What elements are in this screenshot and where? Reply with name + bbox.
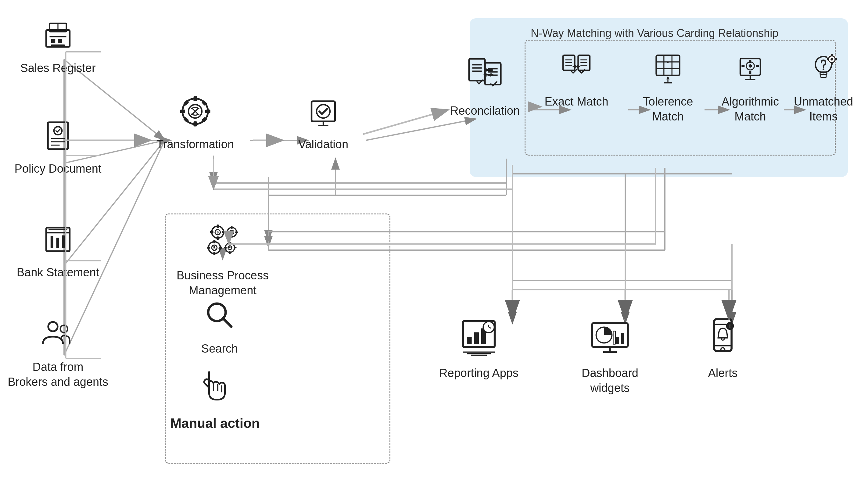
unmatched-items-node: Unmatched Items (787, 52, 860, 124)
svg-text:!: ! (729, 324, 731, 329)
svg-rect-77 (485, 63, 501, 85)
svg-rect-145 (229, 251, 230, 254)
svg-rect-105 (749, 71, 751, 74)
svg-rect-42 (51, 39, 55, 43)
svg-point-148 (228, 246, 230, 248)
alerts-node: ! Alerts (683, 317, 763, 380)
algorithmic-match-icon (734, 52, 767, 89)
search-label: Search (201, 341, 238, 356)
svg-point-130 (230, 230, 234, 234)
svg-rect-167 (616, 337, 619, 344)
exact-match-label: Exact Match (545, 94, 608, 109)
svg-marker-97 (666, 76, 670, 79)
svg-rect-76 (469, 59, 485, 81)
sales-register-icon (41, 18, 75, 56)
manual-action-label: Manual action (170, 415, 259, 432)
svg-rect-60 (194, 96, 197, 101)
reconciliation-label: Reconcilation (450, 103, 520, 118)
svg-rect-138 (214, 252, 216, 255)
unmatched-items-icon (807, 52, 840, 89)
bpm-node: $ (174, 220, 272, 298)
svg-rect-44 (51, 44, 65, 47)
algorithmic-match-label: Algorithmic Match (708, 94, 793, 124)
nway-title: N-Way Matching with Various Carding Rela… (531, 27, 778, 40)
brokers-agents-label: Data fromBrokers and agents (8, 360, 108, 390)
svg-point-141 (214, 246, 216, 248)
svg-point-149 (230, 246, 232, 248)
svg-rect-117 (831, 54, 833, 56)
svg-text:$: $ (217, 231, 219, 234)
bank-statement-node: Bank Statement (12, 223, 104, 280)
svg-point-175 (721, 348, 725, 352)
svg-rect-118 (831, 62, 833, 65)
reporting-apps-node: Reporting Apps (433, 317, 525, 380)
svg-rect-133 (226, 232, 229, 233)
sales-register-node: Sales Register (12, 18, 104, 75)
bank-statement-label: Bank Statement (17, 265, 99, 280)
alerts-icon: ! (703, 317, 743, 361)
svg-rect-107 (756, 65, 759, 67)
svg-rect-169 (613, 331, 616, 344)
policy-document-icon (41, 119, 75, 156)
alerts-label: Alerts (708, 366, 738, 380)
validation-node: Validation (281, 95, 366, 152)
validation-icon (307, 95, 340, 132)
svg-line-151 (223, 318, 231, 327)
svg-point-103 (749, 64, 752, 68)
bpm-label: Business ProcessManagement (177, 268, 269, 298)
search-icon (203, 299, 236, 336)
manual-action-node: Manual action (166, 366, 264, 432)
svg-rect-168 (621, 333, 624, 344)
transformation-node: Transformation (150, 95, 241, 152)
svg-rect-131 (231, 226, 232, 229)
transformation-label: Transformation (156, 137, 234, 152)
brokers-agents-icon (41, 317, 75, 355)
tolerance-match-node: Tolerence Match (628, 52, 708, 124)
algorithmic-match-node: Algorithmic Match (708, 52, 793, 124)
reconciliation-node: Reconcilation (445, 55, 525, 118)
svg-line-188 (363, 110, 448, 134)
svg-point-57 (48, 322, 58, 331)
diagram-container: N-Way Matching with Various Carding Rela… (0, 0, 868, 488)
svg-rect-54 (56, 238, 59, 248)
svg-rect-113 (821, 75, 826, 78)
svg-rect-144 (229, 242, 230, 245)
unmatched-items-label: Unmatched Items (787, 94, 860, 124)
dashboard-widgets-label: Dashboard widgets (561, 366, 659, 396)
policy-document-label: Policy Document (14, 161, 101, 176)
validation-label: Validation (298, 137, 348, 152)
svg-rect-139 (207, 247, 210, 249)
svg-rect-43 (58, 39, 62, 43)
svg-point-116 (831, 58, 833, 61)
tolerance-match-icon (651, 52, 685, 89)
brokers-agents-node: Data fromBrokers and agents (6, 317, 110, 390)
svg-rect-127 (222, 231, 225, 233)
tolerance-match-label: Tolerence Match (628, 94, 708, 124)
svg-line-11 (366, 119, 476, 140)
dashboard-widgets-node: Dashboard widgets (561, 317, 659, 396)
svg-rect-140 (219, 247, 222, 249)
svg-point-58 (60, 325, 68, 332)
svg-rect-126 (210, 231, 214, 233)
svg-rect-147 (234, 247, 237, 248)
svg-rect-63 (205, 110, 211, 113)
reconciliation-icon (465, 55, 505, 98)
exact-match-node: Exact Match (540, 52, 613, 109)
reporting-apps-label: Reporting Apps (439, 366, 519, 380)
svg-rect-61 (194, 121, 197, 127)
svg-point-142 (225, 243, 235, 252)
svg-point-129 (227, 227, 236, 237)
sales-register-label: Sales Register (20, 61, 95, 75)
dashboard-widgets-icon (590, 317, 630, 361)
svg-rect-137 (214, 240, 216, 243)
svg-rect-125 (217, 236, 219, 240)
manual-action-icon (195, 366, 235, 409)
reporting-apps-icon (459, 317, 499, 361)
svg-rect-132 (231, 236, 232, 238)
svg-rect-92 (656, 55, 680, 75)
search-node: Search (177, 299, 262, 356)
svg-point-121 (823, 68, 825, 70)
svg-rect-62 (180, 110, 185, 113)
svg-rect-157 (474, 332, 479, 344)
svg-rect-146 (224, 247, 227, 248)
